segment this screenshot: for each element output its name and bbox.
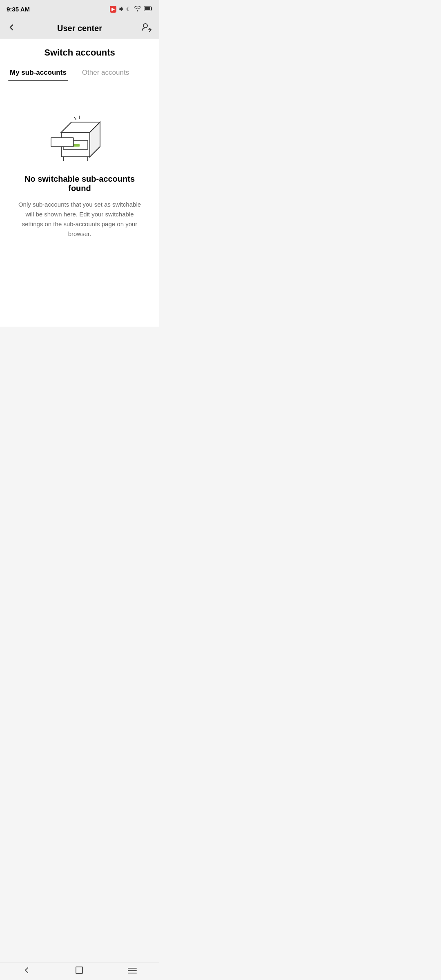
moon-icon: ☾	[126, 6, 131, 12]
svg-point-2	[143, 24, 147, 28]
tabs-container: My sub-accounts Other accounts	[0, 65, 159, 81]
main-content: Switch accounts My sub-accounts Other ac…	[0, 39, 159, 327]
nav-bar: User center	[0, 18, 159, 39]
switch-accounts-title: Switch accounts	[0, 39, 159, 65]
empty-state: No switchable sub-accounts found Only su…	[0, 81, 159, 255]
battery-icon	[144, 6, 153, 12]
status-bar: 9:35 AM ▶ ✱ ☾	[0, 0, 159, 18]
empty-description: Only sub-accounts that you set as switch…	[16, 200, 143, 239]
svg-rect-1	[145, 7, 150, 10]
status-time: 9:35 AM	[7, 6, 30, 13]
svg-line-10	[74, 117, 76, 120]
back-button[interactable]	[7, 22, 16, 35]
empty-title: No switchable sub-accounts found	[16, 174, 143, 193]
empty-illustration	[49, 114, 110, 163]
svg-rect-6	[51, 138, 74, 147]
wifi-icon	[134, 6, 141, 13]
user-switch-icon[interactable]	[141, 22, 153, 35]
bluetooth-icon: ✱	[119, 6, 124, 12]
tab-other-accounts[interactable]: Other accounts	[80, 65, 131, 81]
video-icon: ▶	[110, 6, 116, 13]
page-header-title: User center	[57, 24, 102, 33]
status-icons: ▶ ✱ ☾	[110, 6, 153, 13]
tab-my-sub-accounts[interactable]: My sub-accounts	[8, 65, 68, 81]
